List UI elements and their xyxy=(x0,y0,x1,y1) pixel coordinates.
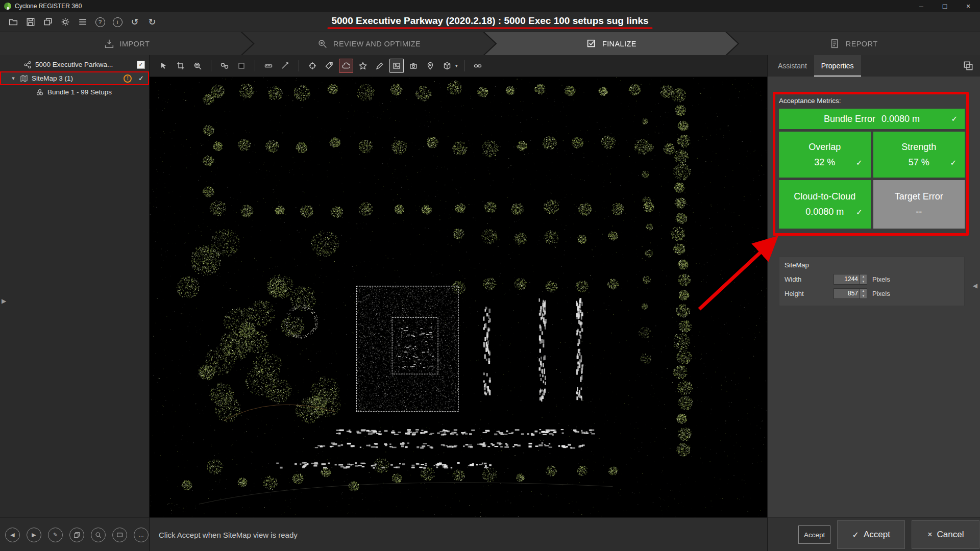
pick-tool-button[interactable] xyxy=(157,59,171,73)
tab-assistant-label: Assistant xyxy=(778,62,807,70)
accept-button[interactable]: ✓ Accept xyxy=(837,520,905,549)
minimize-button[interactable]: – xyxy=(910,0,933,12)
help-button[interactable]: ? xyxy=(92,14,108,30)
favorite-tool-button[interactable] xyxy=(356,59,370,73)
height-spin-down[interactable]: ▼ xyxy=(860,293,867,298)
expander-icon[interactable]: ▾ xyxy=(10,75,16,82)
accept-check-icon: ✓ xyxy=(852,530,859,540)
measure-tool-button[interactable] xyxy=(261,59,276,73)
left-panel-collapse-handle[interactable]: ▶ xyxy=(2,297,6,305)
warning-icon: ! xyxy=(124,74,132,83)
properties-content: Acceptance Metrics: Bundle Error 0.0080 … xyxy=(768,77,980,517)
target-tool-button[interactable] xyxy=(305,59,320,73)
black-view-button[interactable] xyxy=(234,59,249,73)
tree-item-bundle[interactable]: Bundle 1 - 99 Setups xyxy=(0,85,149,99)
checkbox-check-icon: ✓ xyxy=(138,61,143,68)
view-mode-dropdown-icon[interactable]: ▾ xyxy=(455,63,458,68)
bundle-error-value: 0.0080 m xyxy=(881,114,920,124)
right-panel-collapse-handle[interactable]: ◀ xyxy=(973,282,977,289)
zoom-button[interactable] xyxy=(91,528,106,542)
windows-button[interactable] xyxy=(40,14,56,30)
cloud-tool-button[interactable] xyxy=(339,59,353,73)
snapshot-button[interactable] xyxy=(406,59,421,73)
image-tool-button[interactable] xyxy=(389,59,404,73)
undo-button[interactable]: ↺ xyxy=(127,14,143,30)
import-icon xyxy=(104,38,115,49)
edit-button[interactable]: ✎ xyxy=(48,528,63,542)
magnifier-icon xyxy=(95,532,102,538)
crop-tool-button[interactable] xyxy=(174,59,188,73)
bundle-error-metric: Bundle Error 0.0080 m ✓ xyxy=(779,109,965,129)
zoom-window-button[interactable] xyxy=(190,59,205,73)
next-view-button[interactable]: ▶ xyxy=(27,528,41,542)
line-pick-button[interactable] xyxy=(278,59,292,73)
close-icon: × xyxy=(966,2,970,10)
cancel-button[interactable]: × Cancel xyxy=(912,520,979,549)
cloud-to-cloud-label: Cloud-to-Cloud xyxy=(794,191,855,202)
accept-small-button[interactable]: Accept xyxy=(798,525,830,544)
width-spin-up[interactable]: ▲ xyxy=(860,274,867,280)
tag-tool-button[interactable] xyxy=(322,59,336,73)
width-value[interactable]: 1244 xyxy=(834,274,860,284)
viewport-statusbar: Click Accept when SiteMap view is ready xyxy=(150,517,767,551)
overlap-value: 32 % xyxy=(814,157,835,167)
strength-check-icon: ✓ xyxy=(950,158,957,167)
tab-finalize[interactable]: FINALIZE xyxy=(485,32,738,55)
height-value[interactable]: 857 xyxy=(834,289,860,298)
gear-icon xyxy=(61,17,70,27)
sitemap-card-title: SiteMap xyxy=(785,261,959,269)
annotate-tool-button[interactable] xyxy=(373,59,387,73)
tab-import-label: IMPORT xyxy=(120,40,150,48)
image-icon xyxy=(393,62,401,70)
tab-assistant[interactable]: Assistant xyxy=(771,55,814,77)
info-button[interactable]: i xyxy=(109,14,126,30)
tab-import[interactable]: IMPORT xyxy=(0,32,253,55)
close-button[interactable]: × xyxy=(957,0,980,12)
panel-tabs: Assistant Properties xyxy=(768,55,980,77)
sitemap-check-icon[interactable]: ✓ xyxy=(138,74,144,82)
cancel-cross-icon: × xyxy=(927,530,932,539)
accept-label: Accept xyxy=(864,530,890,540)
sitemap-viewport[interactable] xyxy=(150,77,767,517)
height-input[interactable]: 857 ▲ ▼ xyxy=(834,288,867,299)
link-tool-button[interactable] xyxy=(471,59,485,73)
project-icon xyxy=(23,61,32,69)
project-checkbox[interactable]: ✓ xyxy=(137,61,145,69)
redo-button[interactable]: ↻ xyxy=(144,14,160,30)
help-icon: ? xyxy=(95,17,105,27)
cloud-link-button[interactable] xyxy=(217,59,232,73)
zoom-window-icon xyxy=(193,62,202,70)
view-mode-button[interactable] xyxy=(440,59,454,73)
open-project-button[interactable] xyxy=(5,14,21,30)
more-options-button[interactable]: … xyxy=(134,528,149,542)
point-cloud-canvas[interactable] xyxy=(150,77,767,517)
location-tool-button[interactable] xyxy=(423,59,437,73)
duplicate-view-button[interactable] xyxy=(69,528,84,542)
height-spin-up[interactable]: ▲ xyxy=(860,289,867,294)
tree-item-project-label: 5000 Executive Parkwa... xyxy=(35,61,113,68)
fullscreen-button[interactable] xyxy=(112,528,127,542)
camera-icon xyxy=(409,62,418,70)
width-spin-down[interactable]: ▼ xyxy=(860,279,867,284)
bundle-error-check-icon: ✓ xyxy=(951,114,958,123)
toolbar-separator xyxy=(211,60,211,71)
width-input[interactable]: 1244 ▲ ▼ xyxy=(834,274,867,285)
panel-layout-button[interactable] xyxy=(962,59,975,72)
pen-icon xyxy=(376,62,384,70)
previous-view-button[interactable]: ◀ xyxy=(5,528,20,542)
cloud-to-cloud-check-icon: ✓ xyxy=(856,208,863,217)
tab-review-optimize[interactable]: REVIEW AND OPTIMIZE xyxy=(242,32,496,55)
tab-report[interactable]: REPORT xyxy=(727,32,980,55)
list-icon xyxy=(78,17,87,27)
tab-properties[interactable]: Properties xyxy=(814,55,861,77)
save-button[interactable] xyxy=(22,14,39,30)
project-title: 5000 Executive Parkway (2020.2.18) : 500… xyxy=(327,15,652,27)
star-icon xyxy=(359,62,367,70)
maximize-button[interactable]: □ xyxy=(933,0,957,12)
cloud-to-cloud-metric: Cloud-to-Cloud 0.0080 m ✓ xyxy=(779,180,871,229)
tree-item-sitemap[interactable]: ▾ SiteMap 3 (1) ! ✓ xyxy=(0,71,149,85)
tree-item-project[interactable]: 5000 Executive Parkwa... ✓ xyxy=(0,58,149,71)
settings-button[interactable] xyxy=(57,14,74,30)
properties-panel: Assistant Properties Acceptance Metrics:… xyxy=(767,55,980,551)
list-button[interactable] xyxy=(75,14,91,30)
